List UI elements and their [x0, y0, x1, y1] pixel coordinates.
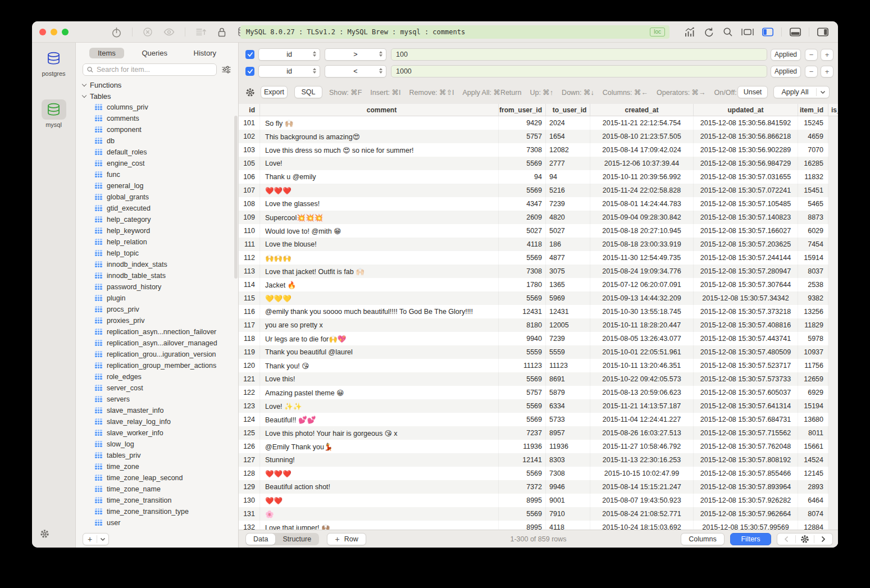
filter-column-select[interactable]: id	[258, 65, 320, 78]
column-header-updated_at[interactable]: updated_at	[694, 104, 798, 116]
sql-button[interactable]: SQL	[294, 86, 322, 98]
sidebar-item-table[interactable]: func	[76, 169, 238, 180]
columns-button[interactable]: Columns	[681, 533, 725, 545]
sidebar-item-table[interactable]: db	[76, 135, 238, 147]
chevron-down-icon[interactable]	[97, 537, 108, 541]
import-list-icon[interactable]	[195, 26, 207, 38]
table-row[interactable]: 116@emily thank you soooo much beautiful…	[239, 305, 838, 318]
column-header-to_user_id[interactable]: to_user_id	[546, 104, 590, 116]
add-filter-button[interactable]: +	[821, 49, 833, 61]
filter-enabled-checkbox[interactable]	[245, 50, 254, 59]
table-row[interactable]: 109Supercool💥💥💥260948202015-09-04 09:28:…	[239, 211, 838, 224]
filter-settings-gear-icon[interactable]	[245, 88, 255, 97]
filter-options-icon[interactable]	[221, 65, 231, 74]
search-input[interactable]	[97, 66, 213, 74]
lock-icon[interactable]	[216, 26, 227, 38]
filter-operator-select[interactable]: >	[325, 48, 386, 61]
table-row[interactable]: 102This background is amazing😍5757165420…	[239, 130, 838, 143]
sidebar-item-table[interactable]: time_zone_transition	[76, 495, 238, 506]
table-row[interactable]: 115💛💛💛556959692015-09-13 14:44:32.209201…	[239, 291, 838, 305]
filter-enabled-checkbox[interactable]	[245, 67, 254, 76]
table-row[interactable]: 132Love that jumper! 🙌🏽899541182015-10-2…	[239, 521, 838, 530]
connect-icon[interactable]	[111, 26, 122, 38]
table-row[interactable]: 101So fly 🙌🏼942920242015-11-21 22:12:54.…	[239, 116, 838, 130]
column-header-from_user_id[interactable]: from_user_id	[499, 104, 546, 116]
sidebar-item-table[interactable]: slave_master_info	[76, 405, 238, 416]
preview-eye-icon[interactable]	[163, 26, 175, 38]
sidebar-item-table[interactable]: help_category	[76, 214, 238, 225]
column-header-id[interactable]: id	[239, 104, 260, 116]
filter-applied-button[interactable]: Applied	[771, 66, 801, 78]
zoom-window-button[interactable]	[62, 29, 69, 35]
tree-group-functions[interactable]: Functions	[76, 79, 238, 90]
close-window-button[interactable]	[39, 29, 46, 35]
table-row[interactable]: 124Beautiful!! 💕💕556957332015-11-04 12:2…	[239, 413, 838, 426]
sidebar-item-table[interactable]: columns_priv	[76, 102, 238, 113]
view-tab-structure[interactable]: Structure	[275, 534, 318, 545]
apply-all-split-button[interactable]: Apply All	[773, 86, 830, 98]
sidebar-item-table[interactable]: replication_asyn...ailover_managed	[76, 338, 238, 349]
sidebar-item-table[interactable]: comments	[76, 113, 238, 124]
unset-button[interactable]: Unset	[737, 86, 768, 98]
table-row[interactable]: 103Love this dress so much 😍 so nice for…	[239, 143, 838, 157]
sidebar-item-table[interactable]: innodb_index_stats	[76, 259, 238, 270]
filter-value-input[interactable]: 100	[391, 48, 767, 61]
sidebar-item-table[interactable]: default_roles	[76, 147, 238, 158]
table-row[interactable]: 127Stunning!1214183032015-11-13 22:30:16…	[239, 453, 838, 467]
table-row[interactable]: 110Would love to! @mith 😁502750272015-08…	[239, 224, 838, 238]
filter-operator-select[interactable]: <	[325, 65, 386, 78]
add-row-button[interactable]: + Row	[327, 533, 366, 545]
add-item-button[interactable]: +	[83, 535, 97, 544]
table-row[interactable]: 126@Emily Thank you💃11936119362015-11-27…	[239, 440, 838, 453]
sidebar-item-table[interactable]: help_relation	[76, 236, 238, 248]
sidebar-item-table[interactable]: global_grants	[76, 192, 238, 203]
tree-group-tables[interactable]: Tables	[76, 90, 238, 102]
sidebar-item-table[interactable]: tables_priv	[76, 450, 238, 461]
table-row[interactable]: 120Thank you! 😘11123111232015-10-11 13:2…	[239, 359, 838, 372]
table-row[interactable]: 106Thank u @emily94942015-10-11 20:39:56…	[239, 170, 838, 184]
table-row[interactable]: 105Love!556927772015-12-06 10:37:39.4420…	[239, 157, 838, 170]
sidebar-item-table[interactable]: replication_asyn...nnection_failover	[76, 326, 238, 338]
sidebar-item-table[interactable]: replication_grou...iguration_version	[76, 349, 238, 360]
column-header-is_[interactable]: is_	[828, 104, 838, 116]
remove-filter-button[interactable]: −	[805, 66, 818, 78]
minimize-window-button[interactable]	[51, 29, 57, 35]
sidebar-item-table[interactable]: plugin	[76, 293, 238, 304]
table-row[interactable]: 118Ur legs are to die for🙌💖994072392015-…	[239, 332, 838, 345]
table-row[interactable]: 130❤️❤️899590012015-08-07 19:43:50.92320…	[239, 494, 838, 507]
sidebar-item-table[interactable]: help_topic	[76, 248, 238, 259]
column-header-item_id[interactable]: item_id	[798, 104, 828, 116]
sidebar-item-table[interactable]: slave_relay_log_info	[76, 416, 238, 427]
sidebar-tab-items[interactable]: Items	[89, 48, 124, 58]
sidebar-item-table[interactable]: help_keyword	[76, 225, 238, 236]
search-icon[interactable]	[722, 26, 734, 38]
remove-filter-button[interactable]: −	[805, 49, 818, 61]
sidebar-item-table[interactable]: engine_cost	[76, 158, 238, 169]
apply-all-label[interactable]: Apply All	[774, 88, 816, 96]
table-row[interactable]: 113Love that jacket! Outfit is fab 🙌🏻730…	[239, 265, 838, 278]
filter-column-select[interactable]: id	[258, 48, 320, 61]
sidebar-item-table[interactable]: user	[76, 517, 238, 528]
sidebar-item-table[interactable]: servers	[76, 394, 238, 405]
sidebar-item-table[interactable]: innodb_table_stats	[76, 270, 238, 281]
filters-button[interactable]: Filters	[730, 533, 771, 545]
sidebar-item-table[interactable]: proxies_priv	[76, 315, 238, 326]
sidebar-item-table[interactable]: general_log	[76, 180, 238, 192]
table-row[interactable]: 117you are so pretty x8180120052015-10-1…	[239, 318, 838, 332]
column-header-created_at[interactable]: created_at	[590, 104, 694, 116]
next-page-button[interactable]	[814, 536, 832, 543]
connection-postgres[interactable]: postgres	[32, 48, 75, 77]
sidebar-item-table[interactable]: procs_priv	[76, 304, 238, 315]
settings-gear-icon[interactable]	[40, 529, 49, 541]
table-row[interactable]: 128❤️❤️❤️556973082015-10-15 10:02:47.992…	[239, 467, 838, 480]
table-row[interactable]: 108Love the glasses!434772392015-08-01 1…	[239, 197, 838, 211]
table-row[interactable]: 114Jacket 🔥178013652015-07-12 06:20:07.0…	[239, 278, 838, 291]
sidebar-tab-queries[interactable]: Queries	[133, 48, 176, 58]
filter-value-input[interactable]: 1000	[391, 65, 767, 78]
sidebar-item-table[interactable]: server_cost	[76, 382, 238, 394]
table-row[interactable]: 125Love this photo! Your hair is gorgeou…	[239, 426, 838, 440]
toggle-left-panel-icon[interactable]	[762, 27, 774, 37]
connection-mysql[interactable]: mysql	[32, 99, 75, 128]
sidebar-item-table[interactable]: slow_log	[76, 439, 238, 450]
table-row[interactable]: 112🙌🙌🙌556948772015-11-30 12:54:49.735201…	[239, 251, 838, 265]
